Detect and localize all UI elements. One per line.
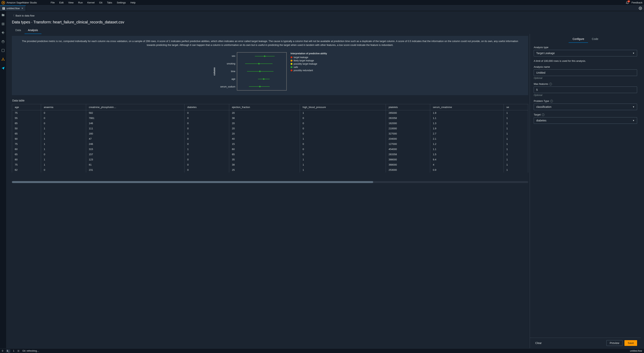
- svg-point-12: [18, 350, 19, 351]
- menu-run[interactable]: Run: [76, 0, 85, 5]
- table-cell: 0: [184, 126, 229, 131]
- legend-label: likely target leakage: [294, 59, 314, 62]
- table-cell: 75: [12, 142, 41, 146]
- status-count-1[interactable]: 1: [13, 350, 14, 352]
- table-header[interactable]: se: [504, 104, 528, 110]
- chevron-left-icon: 〈: [12, 14, 14, 17]
- menu-kernel[interactable]: Kernel: [85, 0, 97, 5]
- table-row[interactable]: 65116012003270002.71: [12, 131, 528, 136]
- legend-dot-icon: [290, 63, 292, 65]
- analysis-name-label: Analysis name: [534, 66, 637, 68]
- data-table[interactable]: ageanaemiacreatinine_phosphokin…diabetes…: [12, 104, 528, 181]
- menu-view[interactable]: View: [66, 0, 76, 5]
- terminal-icon[interactable]: $_: [6, 349, 10, 352]
- table-header[interactable]: high_blood_pressure: [300, 104, 386, 110]
- info-icon[interactable]: i: [549, 83, 552, 85]
- table-cell: 0: [184, 157, 229, 162]
- rp-tab-configure[interactable]: Configure: [569, 36, 588, 43]
- table-header[interactable]: diabetes: [184, 104, 229, 110]
- table-cell: 9.4: [430, 157, 504, 162]
- table-row[interactable]: 60131516004540001.11: [12, 146, 528, 152]
- table-cell: 80: [12, 157, 41, 162]
- table-row[interactable]: 62023102512530000.91: [12, 167, 528, 172]
- menu-settings[interactable]: Settings: [114, 0, 128, 5]
- send-icon[interactable]: [1, 66, 5, 70]
- feedback-link[interactable]: Feedback: [632, 1, 642, 4]
- table-cell: 1: [41, 162, 86, 167]
- info-icon[interactable]: i: [542, 114, 544, 116]
- chart-row: smoking: [218, 60, 287, 68]
- table-row[interactable]: 75181038136800041: [12, 162, 528, 167]
- menu-edit[interactable]: Edit: [57, 0, 66, 5]
- table-row[interactable]: 65014602001620001.31: [12, 121, 528, 126]
- page-title: Data types · Transform: heart_failure_cl…: [6, 19, 644, 27]
- table-row[interactable]: 550786103802633581.11: [12, 116, 528, 121]
- max-features-input[interactable]: [534, 86, 637, 93]
- table-cell: 253000: [386, 167, 430, 172]
- chevron-down-icon: ▼: [632, 106, 634, 108]
- palette-icon[interactable]: [1, 40, 5, 43]
- menu-git[interactable]: Git: [97, 0, 105, 5]
- table-cell: 25: [229, 167, 300, 172]
- chart-track: [237, 52, 287, 60]
- menu-help[interactable]: Help: [128, 0, 138, 5]
- table-cell: 1: [504, 136, 528, 142]
- row-limit-note: A limit of 100,000 rows is used for this…: [534, 60, 637, 62]
- table-cell: 246: [86, 142, 184, 146]
- target-select[interactable]: diabetes ▼: [534, 117, 637, 124]
- table-row[interactable]: 50111102002100001.91: [12, 126, 528, 131]
- analysis-type-select[interactable]: Target Leakage ▼: [534, 50, 637, 56]
- menu-tabs[interactable]: Tabs: [105, 0, 114, 5]
- git-icon[interactable]: [1, 31, 5, 34]
- clear-button[interactable]: Clear: [534, 340, 543, 346]
- table-header[interactable]: ejection_fraction: [229, 104, 300, 110]
- table-header[interactable]: serum_creatinine: [430, 104, 504, 110]
- table-header[interactable]: platelets: [386, 104, 430, 110]
- table-cell: 160: [86, 131, 184, 136]
- subtab-data[interactable]: Data: [12, 27, 24, 34]
- chart-track: [237, 83, 287, 90]
- status-count-0[interactable]: 0: [2, 350, 3, 352]
- running-icon[interactable]: [1, 22, 5, 26]
- extensions-icon[interactable]: [1, 49, 5, 52]
- configure-panel: Configure Code Analysis type Target Leak…: [530, 34, 641, 348]
- table-cell: 1.3: [430, 121, 504, 126]
- info-icon[interactable]: i: [550, 100, 553, 102]
- table-row[interactable]: 75124601501270001.21: [12, 142, 528, 146]
- status-bar: 0 $_ 1 Git: refreshing… untitled.flow: [0, 348, 644, 353]
- table-header[interactable]: anaemia: [41, 104, 86, 110]
- menu-file[interactable]: File: [48, 0, 57, 5]
- table-cell: 127000: [386, 142, 430, 146]
- folder-icon[interactable]: [1, 14, 5, 17]
- table-header[interactable]: age: [12, 104, 41, 110]
- save-button[interactable]: Save: [624, 340, 637, 346]
- table-row[interactable]: 9014704012040002.11: [12, 136, 528, 142]
- table-row[interactable]: 80112303513880009.41: [12, 157, 528, 162]
- table-horizontal-scrollbar[interactable]: [12, 181, 528, 183]
- notifications-button[interactable]: 4: [626, 1, 629, 4]
- table-row[interactable]: 65015706502633581.51: [12, 152, 528, 157]
- table-cell: 7861: [86, 116, 184, 121]
- analysis-name-hint: Optional: [534, 77, 637, 80]
- table-cell: 0: [41, 116, 86, 121]
- components-icon[interactable]: [1, 58, 5, 61]
- preview-button[interactable]: Preview: [606, 340, 622, 346]
- legend-dot-icon: [290, 60, 292, 62]
- back-link[interactable]: 〈 Back to data flow: [6, 11, 644, 19]
- table-cell: 231: [86, 167, 184, 172]
- gear-small-icon[interactable]: [17, 350, 20, 352]
- subtab-analysis[interactable]: Analysis: [24, 27, 42, 34]
- rp-tab-code[interactable]: Code: [588, 36, 602, 43]
- flow-file-icon: [2, 7, 5, 10]
- table-cell: 582: [86, 110, 184, 116]
- problem-type-select[interactable]: classification ▼: [534, 104, 637, 110]
- gear-icon[interactable]: [639, 6, 642, 10]
- tab-untitled-flow[interactable]: untitled.flow ✕: [0, 5, 26, 11]
- chart-row: sex: [218, 52, 287, 60]
- close-icon[interactable]: ✕: [21, 7, 24, 10]
- app-title: Amazon SageMaker Studio: [6, 1, 37, 4]
- table-cell: 20: [229, 131, 300, 136]
- table-header[interactable]: creatinine_phosphokin…: [86, 104, 184, 110]
- table-row[interactable]: 75058202012650001.91: [12, 110, 528, 116]
- analysis-name-input[interactable]: [534, 70, 637, 76]
